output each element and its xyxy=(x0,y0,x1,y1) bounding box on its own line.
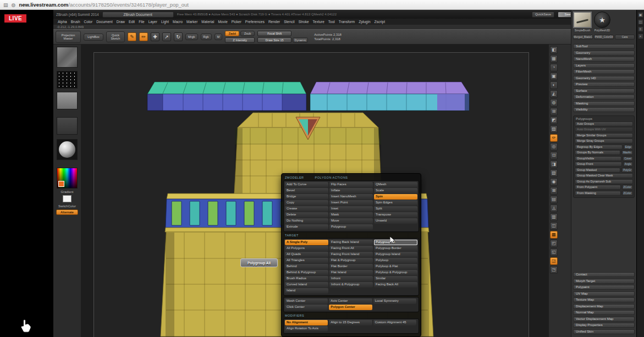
alpha-thumbnail[interactable] xyxy=(57,47,78,68)
polygroups-button[interactable]: Auto Groups With UV xyxy=(575,127,633,132)
menu-item[interactable]: Marker xyxy=(186,20,197,24)
tool-section-button[interactable]: Geometry HD xyxy=(573,76,635,81)
polymesh3d-thumbnail[interactable]: ★ xyxy=(594,12,610,28)
target-item[interactable]: Flat & Polygroup xyxy=(329,258,373,263)
shelf-icon[interactable]: ▣ xyxy=(550,73,558,80)
shelf-icon[interactable]: ▩ xyxy=(550,231,558,239)
tool-section-button[interactable]: NanoMesh xyxy=(573,57,635,62)
modifier-item[interactable]: Custom Alignment 45 xyxy=(373,320,416,325)
url-text[interactable]: new.livestream.com/accounts/9178250/even… xyxy=(19,2,189,8)
polygroups-button[interactable]: GroupVisible Cover xyxy=(575,156,633,161)
menu-item[interactable]: Movie xyxy=(218,20,227,24)
polygroups-button[interactable]: Merge Stray Groups xyxy=(575,139,633,143)
shelf-icon[interactable]: ◫ xyxy=(550,222,558,230)
modifier-item[interactable]: Align to 15 Degrees xyxy=(329,320,372,325)
menu-item[interactable]: Document xyxy=(96,20,113,24)
target-item[interactable]: Polyloop xyxy=(374,258,417,263)
shelf-icon[interactable]: ◰ xyxy=(550,240,558,247)
action-item[interactable]: Unweld xyxy=(374,218,417,224)
tool-section-button[interactable]: Layers xyxy=(573,63,635,68)
action-item[interactable]: QMesh xyxy=(374,182,417,187)
modifier-item[interactable]: Align Rotation To Axis xyxy=(285,326,328,332)
draw-mode-icon[interactable]: ✏ xyxy=(139,32,148,41)
target-item[interactable]: Curved Island xyxy=(285,282,328,288)
menu-item[interactable]: Brush xyxy=(71,20,80,24)
polygroups-button[interactable]: Group Masked PolyGr xyxy=(575,168,633,173)
secondary-color-swatch[interactable] xyxy=(58,181,64,187)
shelf-icon[interactable]: ▧ xyxy=(550,169,558,177)
target-item[interactable]: Similar xyxy=(374,276,417,281)
tool-section-button[interactable]: Vector Displacement Map xyxy=(573,317,635,322)
color-picker[interactable] xyxy=(57,168,78,189)
shelf-icon[interactable]: ◎ xyxy=(550,143,558,151)
switch-color-swatch[interactable] xyxy=(63,195,71,202)
shelf-icon[interactable]: ▤ xyxy=(550,196,558,203)
action-item[interactable]: Add To Curve xyxy=(285,182,328,187)
tool-section-button[interactable]: Deformation xyxy=(573,95,635,100)
alternate-button[interactable]: Alternate xyxy=(56,209,78,215)
tool-section-button[interactable]: Texture Map xyxy=(573,297,635,302)
shelf-icon[interactable]: ◭ xyxy=(550,90,558,98)
rgb-button[interactable]: Rgb xyxy=(201,34,212,40)
pivot-item[interactable]: Click Center xyxy=(285,305,328,310)
shelf-icon[interactable]: ⊠ xyxy=(550,187,558,195)
target-item[interactable]: Polyloop & Flat xyxy=(374,264,417,269)
target-item[interactable]: Flat Island xyxy=(329,270,373,275)
menu-item[interactable]: Texture xyxy=(313,20,324,24)
shelf-icon[interactable]: ◔ xyxy=(550,64,558,71)
action-item[interactable]: Spin xyxy=(374,194,417,200)
pivot-item[interactable]: Mesh Center xyxy=(285,299,328,304)
action-item[interactable]: Bevel xyxy=(285,188,328,194)
target-item[interactable]: Polyloop & Polygroup xyxy=(374,270,417,275)
tool-section-button[interactable]: Polypaint xyxy=(573,285,635,290)
target-item[interactable]: Facing Front All xyxy=(329,246,373,251)
material-thumbnail[interactable] xyxy=(57,139,78,160)
strip-icon[interactable]: × xyxy=(638,34,643,39)
action-item[interactable]: Inflate xyxy=(329,188,373,194)
menu-item[interactable]: Transform xyxy=(339,20,355,24)
target-item[interactable]: Infront xyxy=(329,276,373,281)
action-item[interactable]: Split xyxy=(374,206,417,212)
dynamic-button[interactable]: Dynamic xyxy=(293,37,308,43)
target-item[interactable]: Flat Border xyxy=(329,264,373,269)
shelf-icon[interactable]: ◲ xyxy=(550,257,558,265)
shelf-icon[interactable]: ◱ xyxy=(550,248,558,256)
pivot-item[interactable]: Polygon Center xyxy=(329,305,372,310)
target-item[interactable]: Polygroup Island xyxy=(374,252,417,257)
target-item[interactable]: A Single Poly xyxy=(285,240,328,245)
target-item[interactable]: Island xyxy=(285,288,328,294)
shelf-icon[interactable]: ▦ xyxy=(550,55,558,63)
shelf-icon[interactable]: ◧ xyxy=(550,46,558,54)
pivot-item[interactable]: Axis Center xyxy=(329,299,372,304)
target-item[interactable]: Facing Front Island xyxy=(329,252,373,257)
menu-item[interactable]: Stencil xyxy=(284,20,295,24)
target-item[interactable]: Behind xyxy=(285,264,328,269)
edit-mode-icon[interactable]: ✎ xyxy=(128,32,136,41)
subtool-chip[interactable]: PM3D_ColorDil xyxy=(594,35,614,40)
m-button[interactable]: M xyxy=(214,34,223,40)
tool-section-button[interactable]: Normal Map xyxy=(573,310,635,315)
menu-item[interactable]: Draw xyxy=(117,20,125,24)
shelf-icon[interactable]: ⊞ xyxy=(550,108,558,115)
polygroups-button[interactable]: Auto Groups xyxy=(575,121,633,126)
action-item[interactable]: Insert NanoMesh xyxy=(329,194,373,200)
draw-size-slider[interactable]: Draw Size 15 xyxy=(257,37,291,43)
z-intensity-slider[interactable]: Z Intensity xyxy=(225,37,255,43)
quicksave-button[interactable]: QuickSave xyxy=(532,12,554,18)
shelf-icon[interactable]: ⊡ xyxy=(550,152,558,159)
texture-thumbnail[interactable] xyxy=(57,92,78,109)
tool-section-button[interactable]: Displacement Map xyxy=(573,304,635,309)
menu-item[interactable]: Zscript xyxy=(375,20,386,24)
target-item[interactable]: All Quads xyxy=(285,252,328,257)
polygroups-button[interactable]: Merge Similar Groups xyxy=(575,133,633,138)
projection-master-button[interactable]: Projection Master xyxy=(56,31,81,43)
target-item[interactable]: Facing Back All xyxy=(374,282,417,288)
tool-section-button[interactable]: Visibility xyxy=(573,107,635,112)
shelf-icon[interactable]: ✏ xyxy=(550,134,558,142)
shelf-icon[interactable]: ◨ xyxy=(550,161,558,168)
tool-section-button[interactable]: Surface xyxy=(573,89,635,93)
tool-section-button[interactable]: Unified Skin xyxy=(573,329,635,334)
action-item[interactable]: Flip Faces xyxy=(329,182,373,187)
zsub-button[interactable]: Zsub xyxy=(240,31,255,36)
modifier-item[interactable]: No Alignment xyxy=(285,320,328,325)
